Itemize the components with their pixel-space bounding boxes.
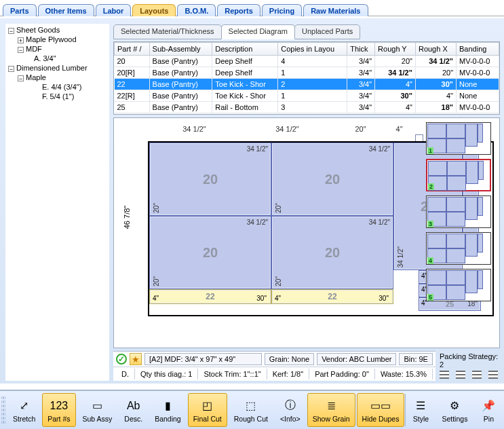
- stretch-icon: ⤢: [16, 398, 33, 414]
- inner-tab-selected-material-thickness[interactable]: Selected Material/Thickness: [113, 24, 222, 39]
- layout-thumbnail[interactable]: 1: [426, 122, 491, 155]
- tree-dim-lumber[interactable]: −Dimensioned Lumber: [7, 63, 109, 73]
- status-bar-1: ✓ ★ [A2] MDF: 3/4" x 97" x 49" Grain: No…: [113, 351, 435, 367]
- grid-header[interactable]: Banding: [457, 43, 499, 56]
- top-tab-reports[interactable]: Reports: [217, 4, 260, 16]
- banding-icon: ▮: [159, 398, 176, 414]
- toolbar-label: Stretch: [13, 415, 35, 423]
- grid-row[interactable]: 25Base (Pantry)Rail - Bottom33/4"4"18"MV…: [115, 102, 499, 113]
- toolbar-banding-button[interactable]: ▮Banding: [149, 393, 187, 427]
- top-tab-other-items[interactable]: Other Items: [38, 4, 94, 16]
- packing-icon[interactable]: [440, 371, 449, 379]
- toolbar-pin-button[interactable]: 📌Pin: [474, 393, 503, 427]
- parts-grid[interactable]: Part # /Sub-AssemblyDescriptionCopies in…: [113, 41, 500, 115]
- toolbar-settings-button[interactable]: ⚙Settings: [436, 393, 473, 427]
- status-material: [A2] MDF: 3/4" x 97" x 49": [144, 353, 262, 365]
- grid-header[interactable]: Description: [212, 43, 278, 56]
- grid-header[interactable]: Copies in Layou: [278, 43, 347, 56]
- layout-part[interactable]: 34 1/2"20"20: [271, 216, 393, 289]
- top-tab-raw-materials[interactable]: Raw Materials: [303, 4, 368, 16]
- toolbar-label: Banding: [155, 415, 181, 423]
- layout-thumbnail[interactable]: 2: [426, 159, 491, 191]
- status-padding: Part Padding: 0": [309, 369, 375, 379]
- top-tab-b-o-m-[interactable]: B.O.M.: [177, 4, 216, 16]
- ok-icon: ✓: [116, 354, 127, 365]
- diagram-top-dim: 20": [334, 125, 387, 133]
- toolbar-part-s-button[interactable]: 123Part #s: [42, 393, 75, 427]
- toolbar-desc--button[interactable]: AbDesc.: [119, 393, 148, 427]
- right-column: Selected Material/ThicknessSelected Diag…: [113, 24, 500, 381]
- layout-part[interactable]: 34 1/2"20"20: [149, 216, 271, 289]
- grid-row[interactable]: 20[R]Base (Pantry)Deep Shelf13/4"34 1/2"…: [115, 67, 499, 79]
- hide-dupes-icon: ▭▭: [372, 398, 389, 414]
- toolbar-rough-cut-button[interactable]: ⬚Rough Cut: [229, 393, 273, 427]
- layout-thumbnail[interactable]: 4: [426, 232, 491, 265]
- packing-icon[interactable]: [472, 371, 482, 379]
- thumb-row: 1: [415, 122, 495, 155]
- tree-maple-e[interactable]: E. 4/4 (3/4"): [7, 82, 109, 92]
- toolbar-label: Part #s: [47, 415, 70, 423]
- grid-row[interactable]: 22[R]Base (Pantry)Toe Kick - Shor13/4"30…: [115, 90, 499, 102]
- tree-maple[interactable]: −Maple: [7, 73, 109, 82]
- toolbar-label: Pin: [484, 415, 494, 423]
- top-tab-pricing[interactable]: Pricing: [262, 4, 302, 16]
- desc--icon: Ab: [125, 398, 142, 414]
- toolbar-hide-dupes-button[interactable]: ▭▭Hide Dupes: [357, 393, 405, 427]
- final-cut-icon: ◰: [199, 398, 216, 414]
- status-grain: Grain: None: [265, 353, 314, 365]
- grid-row[interactable]: 22Base (Pantry)Toe Kick - Shor23/4"4"30"…: [115, 79, 499, 90]
- layout-thumbnail[interactable]: 3: [426, 195, 491, 228]
- -info--icon: ⓘ: [282, 398, 298, 414]
- material-tree[interactable]: −Sheet Goods +Maple Plywood −MDF A. 3/4"…: [5, 24, 109, 381]
- toolbar-style-button[interactable]: ☰Style: [406, 393, 435, 427]
- show-grain-icon: ≣: [323, 398, 339, 414]
- inner-tab-selected-diagram[interactable]: Selected Diagram: [221, 24, 295, 39]
- toolbar--info--button[interactable]: ⓘ<Info>: [275, 393, 306, 427]
- tree-maple-f[interactable]: F. 5/4 (1"): [7, 92, 109, 101]
- main-area: −Sheet Goods +Maple Plywood −MDF A. 3/4"…: [0, 18, 504, 384]
- star-button[interactable]: ★: [130, 353, 142, 365]
- toolbar-label: Style: [413, 415, 429, 423]
- thumb-row: 3: [415, 195, 495, 228]
- layout-part[interactable]: 34 1/2"20"20: [271, 143, 393, 216]
- layout-part-offcut[interactable]: 4"30"22: [149, 289, 271, 304]
- toolbar-final-cut-button[interactable]: ◰Final Cut: [188, 393, 227, 427]
- toolbar-stretch-button[interactable]: ⤢Stretch: [7, 393, 41, 427]
- tree-mdf-a[interactable]: A. 3/4": [7, 54, 109, 63]
- diagram-row: 34 1/2"34 1/2"20"4" 46 7/8" 34 1/2"20"20…: [113, 117, 500, 348]
- status-qty: Qty this diag.: 1: [135, 369, 198, 379]
- tree-maple-plywood[interactable]: +Maple Plywood: [7, 35, 109, 44]
- thumb-row: 4: [415, 232, 495, 265]
- layout-part[interactable]: 34 1/2"20"20: [149, 143, 271, 216]
- toolbar-label: Rough Cut: [234, 415, 268, 423]
- packing-icon[interactable]: [456, 371, 465, 379]
- toolbar-label: Sub Assy: [83, 415, 113, 423]
- grid-header[interactable]: Sub-Assembly: [149, 43, 212, 56]
- layout-part-offcut[interactable]: 4"30"22: [271, 289, 393, 304]
- packing-icon[interactable]: [488, 371, 498, 379]
- grid-row[interactable]: 20Base (Pantry)Deep Shelf43/4"20"34 1/2"…: [115, 56, 499, 67]
- top-tab-parts[interactable]: Parts: [3, 4, 37, 16]
- grid-header[interactable]: Rough Y: [375, 43, 416, 56]
- status-vendor: Vendor: ABC Lumber: [317, 353, 396, 365]
- grid-header[interactable]: Rough X: [415, 43, 456, 56]
- top-tab-layouts[interactable]: Layouts: [132, 4, 176, 16]
- layout-thumbnail[interactable]: 5: [426, 269, 491, 301]
- top-tab-labor[interactable]: Labor: [96, 4, 132, 16]
- thumb-row: 2: [415, 159, 495, 191]
- rough-cut-icon: ⬚: [243, 398, 259, 414]
- layout-diagram[interactable]: 34 1/2"34 1/2"20"4" 46 7/8" 34 1/2"20"20…: [118, 122, 411, 348]
- diagram-top-dim: 34 1/2": [148, 125, 241, 133]
- status-bar-2: D. Qty this diag.: 1 Stock Trim: 1"::1" …: [113, 367, 435, 381]
- grid-header[interactable]: Part # /: [115, 43, 150, 56]
- status-d[interactable]: D.: [116, 369, 135, 379]
- tree-sheet-goods[interactable]: −Sheet Goods: [7, 25, 109, 35]
- grid-header[interactable]: Thick: [347, 43, 375, 56]
- tree-mdf[interactable]: −MDF: [7, 44, 109, 54]
- toolbar-show-grain-button[interactable]: ≣Show Grain: [307, 393, 355, 427]
- toolbar-label: Settings: [442, 415, 467, 423]
- inner-tab-unplaced-parts[interactable]: Unplaced Parts: [294, 24, 360, 39]
- sub-assy-icon: ▭: [89, 398, 105, 414]
- toolbar-sub-assy-button[interactable]: ▭Sub Assy: [77, 393, 118, 427]
- top-tab-bar: PartsOther ItemsLaborLayoutsB.O.M.Report…: [0, 0, 504, 16]
